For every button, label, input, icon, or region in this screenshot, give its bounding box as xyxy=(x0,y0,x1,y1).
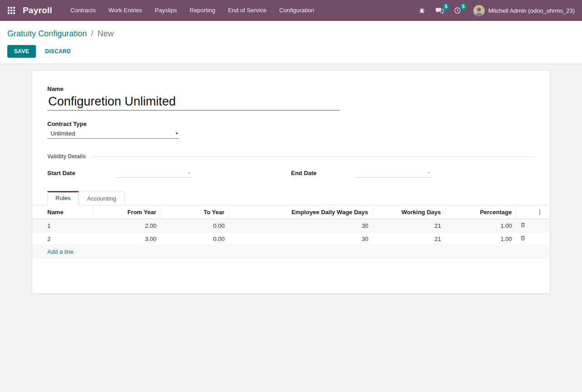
top-navbar: Payroll Contracts Work Entries Payslips … xyxy=(0,0,582,21)
debug-bug-icon[interactable] xyxy=(413,0,431,21)
cell-from-year[interactable]: 2.00 xyxy=(92,219,161,232)
activities-badge: 5 xyxy=(460,3,467,10)
system-tray: 5 5 xyxy=(413,0,466,21)
activities-clock-icon[interactable]: 5 xyxy=(449,0,466,21)
start-date-label: Start Date xyxy=(47,170,116,176)
contract-type-label: Contract Type xyxy=(47,121,535,127)
name-field-group: Name Configuretion Unlimited xyxy=(47,85,535,111)
end-date-label: End Date xyxy=(291,170,356,176)
tab-rules[interactable]: Rules xyxy=(47,191,79,206)
end-date-input[interactable]: ▾ xyxy=(356,168,431,178)
messages-icon[interactable]: 5 xyxy=(431,0,449,21)
table-row: 1 2.00 0.00 30 21 1.00 xyxy=(32,219,550,232)
contract-type-value: Unlimited xyxy=(50,130,176,137)
optional-columns-icon[interactable]: ⋮ xyxy=(537,209,543,216)
main-menu: Contracts Work Entries Payslips Reportin… xyxy=(64,0,321,21)
cell-name[interactable]: 2 xyxy=(32,232,92,246)
app-title[interactable]: Payroll xyxy=(23,5,52,15)
apps-menu-icon[interactable] xyxy=(6,5,16,15)
cell-from-year[interactable]: 3.00 xyxy=(92,232,161,246)
column-header-wage-days: Employee Daily Wage Days xyxy=(229,206,372,219)
cell-working-days[interactable]: 21 xyxy=(372,219,445,232)
form-sheet: Name Configuretion Unlimited Contract Ty… xyxy=(32,70,550,294)
table-row: 2 3.00 0.00 30 21 1.00 xyxy=(32,232,550,246)
delete-row-icon[interactable] xyxy=(516,232,530,246)
breadcrumb: Gratuity Configuration / New xyxy=(7,28,575,40)
user-name: Mitchell Admin (odoo_ohrms_23) xyxy=(488,7,575,14)
menu-work-entries[interactable]: Work Entries xyxy=(102,0,148,21)
column-header-working-days: Working Days xyxy=(372,206,445,219)
start-date-input[interactable]: ▾ xyxy=(116,168,191,178)
notebook-tabs: Rules Accounting xyxy=(32,191,550,206)
form-action-buttons: SAVE DISCARD xyxy=(7,45,575,58)
breadcrumb-separator: / xyxy=(91,29,93,38)
cell-name[interactable]: 1 xyxy=(32,219,92,232)
breadcrumb-parent-link[interactable]: Gratuity Configuration xyxy=(7,29,87,38)
contract-type-select[interactable]: Unlimited ▾ xyxy=(47,129,179,139)
name-input[interactable]: Configuretion Unlimited xyxy=(47,94,340,111)
user-menu[interactable]: Mitchell Admin (odoo_ohrms_23) xyxy=(473,5,575,16)
cell-to-year[interactable]: 0.00 xyxy=(161,219,229,232)
name-label: Name xyxy=(47,85,535,92)
add-a-line-link[interactable]: Add a line xyxy=(47,248,74,255)
cell-percentage[interactable]: 1.00 xyxy=(445,219,516,232)
validity-details-separator: Validity Details xyxy=(47,153,535,160)
cell-working-days[interactable]: 21 xyxy=(372,232,445,246)
add-line-row: Add a line xyxy=(32,246,550,258)
contract-type-field-group: Contract Type Unlimited ▾ xyxy=(47,121,535,139)
save-button[interactable]: SAVE xyxy=(7,45,36,58)
chevron-down-icon: ▾ xyxy=(188,171,190,175)
column-header-to-year: To Year xyxy=(161,206,229,219)
chevron-down-icon: ▾ xyxy=(176,131,178,136)
column-header-name: Name xyxy=(32,206,92,219)
validity-details-heading: Validity Details xyxy=(47,153,86,160)
user-avatar xyxy=(473,5,485,16)
menu-reporting[interactable]: Reporting xyxy=(183,0,221,21)
breadcrumb-current: New xyxy=(97,29,114,38)
content-area: Name Configuretion Unlimited Contract Ty… xyxy=(0,64,582,392)
delete-row-icon[interactable] xyxy=(516,219,530,232)
end-date-field-group: End Date ▾ xyxy=(291,168,535,178)
validity-dates-row: Start Date ▾ End Date ▾ xyxy=(47,168,535,178)
column-header-percentage: Percentage xyxy=(445,206,516,219)
cell-wage-days[interactable]: 30 xyxy=(229,232,372,246)
grid-icon xyxy=(8,7,15,14)
tab-accounting[interactable]: Accounting xyxy=(79,191,124,206)
control-panel: Gratuity Configuration / New SAVE DISCAR… xyxy=(0,21,582,64)
cell-to-year[interactable]: 0.00 xyxy=(161,232,229,246)
table-header-row: Name From Year To Year Employee Daily Wa… xyxy=(32,206,550,219)
cell-wage-days[interactable]: 30 xyxy=(229,219,372,232)
menu-contracts[interactable]: Contracts xyxy=(64,0,102,21)
menu-configuration[interactable]: Configuration xyxy=(273,0,321,21)
start-date-field-group: Start Date ▾ xyxy=(47,168,291,178)
column-header-from-year: From Year xyxy=(92,206,161,219)
cell-percentage[interactable]: 1.00 xyxy=(445,232,516,246)
chevron-down-icon: ▾ xyxy=(427,171,430,175)
rules-table: Name From Year To Year Employee Daily Wa… xyxy=(32,206,550,258)
menu-payslips[interactable]: Payslips xyxy=(149,0,183,21)
discard-button[interactable]: DISCARD xyxy=(40,45,76,57)
menu-end-of-service[interactable]: End of Service xyxy=(221,0,273,21)
